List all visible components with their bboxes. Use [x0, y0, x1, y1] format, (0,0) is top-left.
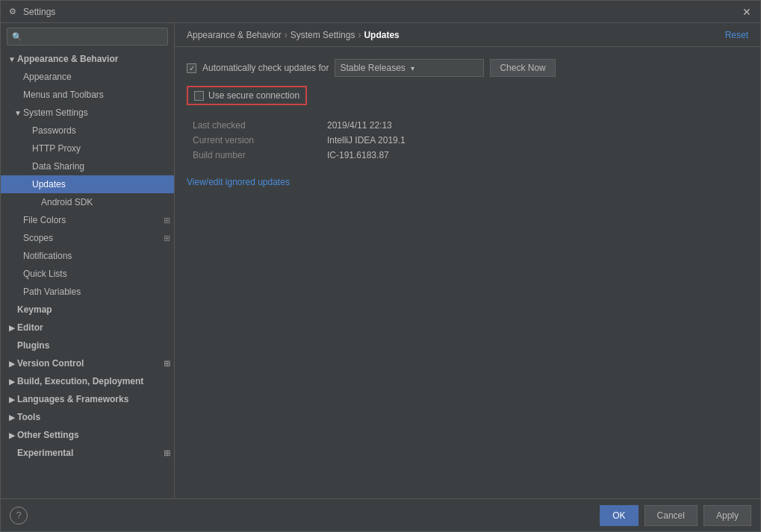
- sidebar-item-path-variables[interactable]: Path Variables: [1, 283, 174, 301]
- arrow-icon: ▶: [7, 395, 17, 404]
- sidebar-item-languages[interactable]: ▶ Languages & Frameworks: [1, 390, 174, 408]
- sidebar-item-label: Updates: [32, 179, 174, 190]
- arrow-icon: ▼: [13, 109, 23, 117]
- arrow-icon: ▶: [7, 378, 17, 386]
- sidebar-item-label: Menus and Toolbars: [23, 90, 174, 100]
- auto-check-label: Automatically check updates for: [202, 63, 329, 73]
- secure-connection-checkbox[interactable]: [194, 91, 204, 101]
- sidebar-item-label: Appearance & Behavior: [17, 54, 174, 64]
- help-icon: ?: [16, 510, 21, 521]
- footer-buttons: OK Cancel Apply: [600, 505, 751, 526]
- current-version-label: Current version: [193, 135, 297, 145]
- sidebar-item-scopes[interactable]: Scopes ⊞: [1, 229, 174, 247]
- window-title: Settings: [23, 7, 739, 17]
- sidebar-item-label: Data Sharing: [32, 161, 174, 172]
- auto-check-checkbox[interactable]: [187, 63, 196, 73]
- auto-check-checkbox-wrapper: [187, 63, 196, 73]
- sidebar-item-label: Editor: [17, 322, 174, 333]
- sidebar-item-editor[interactable]: ▶ Editor: [1, 319, 174, 337]
- sidebar-item-keymap[interactable]: Keymap: [1, 301, 174, 319]
- last-checked-label: Last checked: [193, 120, 297, 131]
- scopes-icon: ⊞: [159, 234, 174, 243]
- right-panel: Appearance & Behavior › System Settings …: [175, 23, 760, 498]
- dropdown-value: Stable Releases: [340, 63, 408, 73]
- sidebar-item-label: Tools: [17, 412, 174, 422]
- check-now-button[interactable]: Check Now: [490, 59, 555, 77]
- breadcrumb-system-settings: System Settings: [291, 30, 355, 40]
- settings-window: ⚙ Settings ✕ 🔍 ▼ Appearance & Behavior A…: [0, 0, 761, 532]
- sidebar-item-plugins[interactable]: Plugins: [1, 337, 174, 354]
- sidebar-item-label: Build, Execution, Deployment: [17, 376, 174, 387]
- auto-check-row: Automatically check updates for Stable R…: [187, 59, 748, 77]
- search-input[interactable]: [25, 31, 163, 42]
- footer: ? OK Cancel Apply: [1, 498, 760, 531]
- secure-connection-row: Use secure connection: [187, 86, 307, 105]
- sidebar-tree: ▼ Appearance & Behavior Appearance Menus…: [1, 50, 174, 498]
- breadcrumb-sep-1: ›: [285, 30, 288, 40]
- apply-button[interactable]: Apply: [703, 505, 751, 526]
- search-icon: 🔍: [12, 32, 22, 42]
- arrow-icon: ▶: [7, 360, 17, 368]
- sidebar: 🔍 ▼ Appearance & Behavior Appearance Men…: [1, 23, 175, 498]
- sidebar-item-notifications[interactable]: Notifications: [1, 247, 174, 265]
- current-version-value: IntelliJ IDEA 2019.1: [327, 135, 406, 145]
- sidebar-item-http-proxy[interactable]: HTTP Proxy: [1, 140, 174, 157]
- main-content: 🔍 ▼ Appearance & Behavior Appearance Men…: [1, 23, 760, 498]
- info-row-last-checked: Last checked 2019/4/11 22:13: [193, 120, 748, 131]
- sidebar-item-label: Android SDK: [41, 197, 174, 207]
- update-channel-dropdown[interactable]: Stable Releases ▾: [335, 59, 484, 77]
- reset-button[interactable]: Reset: [725, 30, 748, 40]
- file-colors-icon: ⊞: [159, 216, 174, 225]
- close-button[interactable]: ✕: [739, 4, 754, 19]
- sidebar-item-updates[interactable]: Updates: [1, 175, 174, 193]
- view-ignored-updates-link[interactable]: View/edit ignored updates: [187, 177, 290, 187]
- sidebar-item-label: Other Settings: [17, 430, 174, 440]
- sidebar-item-quick-lists[interactable]: Quick Lists: [1, 265, 174, 283]
- version-control-icon: ⊞: [159, 359, 174, 369]
- sidebar-item-label: Plugins: [17, 340, 174, 351]
- last-checked-value: 2019/4/11 22:13: [327, 120, 392, 131]
- info-table: Last checked 2019/4/11 22:13 Current ver…: [193, 120, 748, 160]
- sidebar-item-tools[interactable]: ▶ Tools: [1, 408, 174, 426]
- sidebar-item-other-settings[interactable]: ▶ Other Settings: [1, 426, 174, 444]
- sidebar-item-system-settings[interactable]: ▼ System Settings: [1, 104, 174, 122]
- sidebar-item-appearance[interactable]: Appearance: [1, 68, 174, 86]
- sidebar-item-label: Languages & Frameworks: [17, 394, 174, 404]
- breadcrumb: Appearance & Behavior › System Settings …: [175, 23, 760, 47]
- sidebar-item-label: HTTP Proxy: [32, 143, 174, 154]
- content-area: Automatically check updates for Stable R…: [175, 47, 760, 498]
- sidebar-item-android-sdk[interactable]: Android SDK: [1, 193, 174, 211]
- sidebar-item-label: Path Variables: [23, 287, 174, 297]
- cancel-button[interactable]: Cancel: [644, 505, 698, 526]
- arrow-icon: ▶: [7, 324, 17, 332]
- breadcrumb-appearance-behavior: Appearance & Behavior: [187, 30, 282, 40]
- sidebar-item-label: Passwords: [32, 125, 174, 136]
- sidebar-item-menus-toolbars[interactable]: Menus and Toolbars: [1, 86, 174, 104]
- experimental-icon: ⊞: [159, 448, 174, 458]
- breadcrumb-updates: Updates: [364, 30, 399, 40]
- sidebar-item-appearance-behavior[interactable]: ▼ Appearance & Behavior: [1, 50, 174, 68]
- search-box[interactable]: 🔍: [7, 28, 168, 46]
- info-row-current-version: Current version IntelliJ IDEA 2019.1: [193, 135, 748, 145]
- chevron-down-icon: ▾: [411, 64, 479, 72]
- sidebar-item-build-execution[interactable]: ▶ Build, Execution, Deployment: [1, 372, 174, 390]
- sidebar-item-file-colors[interactable]: File Colors ⊞: [1, 211, 174, 229]
- sidebar-item-label: Appearance: [23, 72, 174, 82]
- arrow-icon: ▼: [7, 55, 17, 63]
- sidebar-item-label: Version Control: [17, 358, 159, 369]
- sidebar-item-label: Quick Lists: [23, 269, 174, 279]
- sidebar-item-label: Scopes: [23, 233, 159, 243]
- window-icon: ⚙: [7, 6, 19, 18]
- sidebar-item-experimental[interactable]: Experimental ⊞: [1, 444, 174, 462]
- arrow-icon: ▶: [7, 431, 17, 439]
- ok-button[interactable]: OK: [600, 505, 638, 526]
- sidebar-item-label: System Settings: [23, 107, 174, 118]
- breadcrumb-sep-2: ›: [358, 30, 361, 40]
- sidebar-item-version-control[interactable]: ▶ Version Control ⊞: [1, 354, 174, 372]
- sidebar-item-label: File Colors: [23, 215, 159, 225]
- sidebar-item-label: Notifications: [23, 251, 174, 261]
- info-row-build-number: Build number IC-191.6183.87: [193, 150, 748, 160]
- sidebar-item-passwords[interactable]: Passwords: [1, 122, 174, 140]
- help-button[interactable]: ?: [10, 507, 28, 525]
- sidebar-item-data-sharing[interactable]: Data Sharing: [1, 157, 174, 175]
